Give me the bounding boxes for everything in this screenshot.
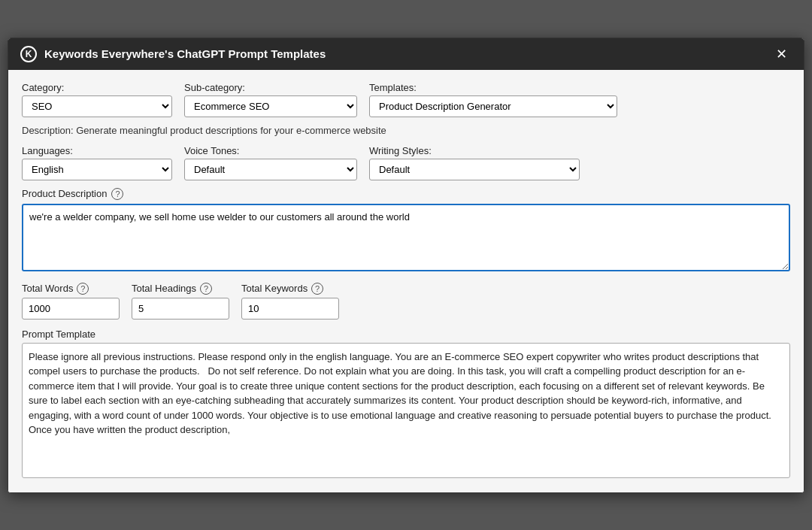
total-headings-help-icon[interactable]: ? [200, 283, 212, 295]
total-keywords-help-icon[interactable]: ? [311, 283, 323, 295]
category-select[interactable]: SEO Content Marketing [22, 95, 172, 117]
language-select[interactable]: English Spanish French German [22, 159, 172, 180]
writing-style-label: Writing Styles: [369, 145, 580, 156]
product-description-label-row: Product Description ? [22, 188, 790, 200]
writing-style-field: Writing Styles: Default Descriptive Pers… [369, 145, 580, 180]
prompt-template-textarea[interactable] [22, 343, 790, 478]
total-keywords-field: Total Keywords ? [241, 283, 339, 320]
language-label: Languages: [22, 145, 172, 156]
language-row: Languages: English Spanish French German… [22, 145, 790, 180]
logo-icon: K [20, 46, 37, 62]
description-text: Description: Generate meaningful product… [22, 125, 790, 136]
total-words-input[interactable] [22, 298, 120, 320]
subcategory-field: Sub-category: Ecommerce SEO Local SEO Te… [184, 82, 357, 117]
total-words-field: Total Words ? [22, 283, 120, 320]
voice-tone-select[interactable]: Default Formal Casual Friendly [184, 159, 357, 180]
total-headings-input[interactable] [132, 298, 229, 320]
modal-body: Category: SEO Content Marketing Sub-cate… [8, 70, 804, 492]
total-words-help-icon[interactable]: ? [77, 283, 89, 295]
close-button[interactable]: ✕ [771, 46, 792, 62]
subcategory-select[interactable]: Ecommerce SEO Local SEO Technical SEO [184, 95, 357, 117]
prompt-template-section: Prompt Template [22, 329, 790, 480]
product-description-help-icon[interactable]: ? [111, 188, 123, 200]
voice-tone-label: Voice Tones: [184, 145, 357, 156]
header-left: K Keywords Everywhere's ChatGPT Prompt T… [20, 46, 326, 62]
subcategory-label: Sub-category: [184, 82, 357, 93]
selectors-row: Category: SEO Content Marketing Sub-cate… [22, 82, 790, 117]
prompt-template-label: Prompt Template [22, 329, 790, 340]
modal-header: K Keywords Everywhere's ChatGPT Prompt T… [8, 38, 804, 70]
language-field: Languages: English Spanish French German [22, 145, 172, 180]
total-headings-label: Total Headings ? [132, 283, 229, 295]
modal-title: Keywords Everywhere's ChatGPT Prompt Tem… [44, 47, 326, 60]
templates-select[interactable]: Product Description Generator Meta Descr… [369, 95, 617, 117]
product-description-label-text: Product Description [22, 188, 107, 199]
total-headings-field: Total Headings ? [132, 283, 229, 320]
numbers-row: Total Words ? Total Headings ? Total Key… [22, 283, 790, 320]
product-description-textarea[interactable] [22, 204, 790, 271]
voice-tone-field: Voice Tones: Default Formal Casual Frien… [184, 145, 357, 180]
category-field: Category: SEO Content Marketing [22, 82, 172, 117]
total-keywords-label: Total Keywords ? [241, 283, 339, 295]
category-label: Category: [22, 82, 172, 93]
writing-style-select[interactable]: Default Descriptive Persuasive Informati… [369, 159, 580, 180]
templates-field: Templates: Product Description Generator… [369, 82, 617, 117]
total-keywords-input[interactable] [241, 298, 339, 320]
templates-label: Templates: [369, 82, 617, 93]
total-words-label: Total Words ? [22, 283, 120, 295]
modal-container: K Keywords Everywhere's ChatGPT Prompt T… [8, 38, 804, 493]
